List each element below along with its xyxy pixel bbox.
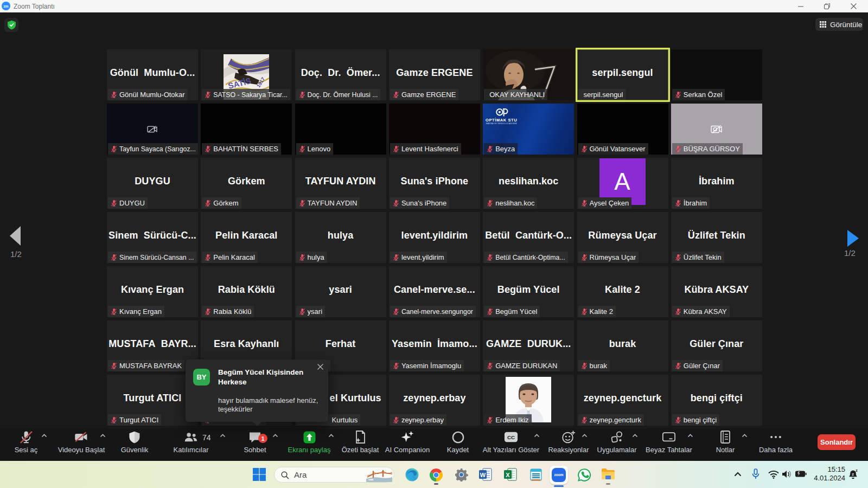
svg-text:z: z (856, 468, 858, 472)
svg-text:z: z (852, 472, 854, 477)
svg-text:zm: zm (3, 4, 8, 8)
svg-text:CC: CC (507, 434, 515, 440)
svg-text:zoom: zoom (554, 473, 564, 477)
svg-text:X: X (506, 472, 510, 478)
svg-text:W: W (480, 472, 486, 478)
